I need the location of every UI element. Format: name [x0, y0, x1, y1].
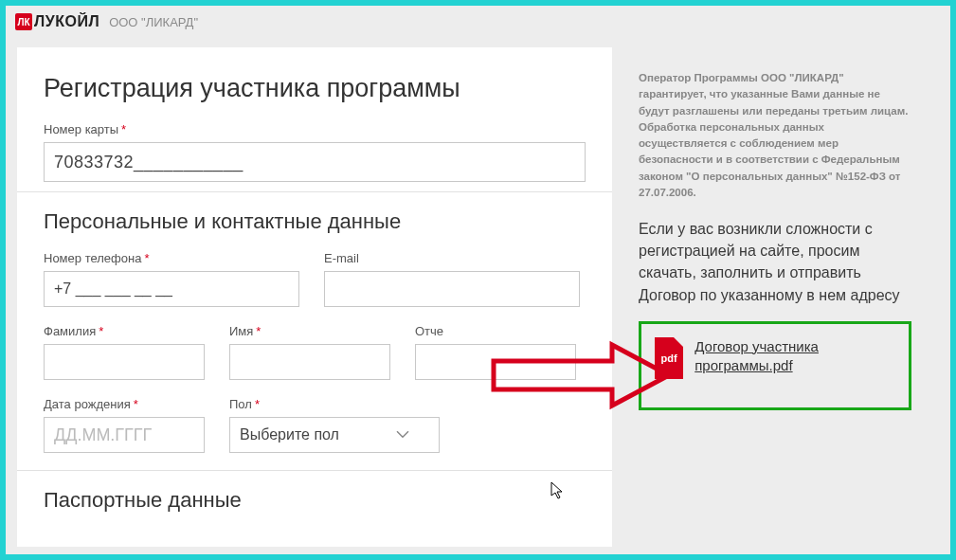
download-box: pdf Договор участника программы.pdf [639, 321, 911, 410]
middlename-label: Отче [415, 324, 576, 338]
personal-section-title: Персональные и контактные данные [44, 209, 586, 234]
card-number-label: Номер карты* [44, 122, 586, 136]
email-label: E-mail [324, 251, 580, 265]
gender-select[interactable] [229, 417, 440, 453]
gender-label: Пол* [229, 397, 419, 411]
download-contract-link[interactable]: Договор участника программы.pdf [694, 337, 895, 376]
birthdate-label: Дата рождения* [44, 397, 205, 411]
divider [17, 191, 612, 192]
card-number-input[interactable] [44, 142, 586, 182]
logo-mark-icon: ЛК [15, 13, 32, 30]
lastname-label: Фамилия* [44, 324, 205, 338]
page-title: Регистрация участника программы [44, 74, 586, 103]
registration-form: Регистрация участника программы Номер ка… [17, 47, 612, 547]
phone-label: Номер телефона* [44, 251, 299, 265]
logo: ЛК ЛУКОЙЛ [15, 13, 99, 30]
divider [17, 470, 612, 471]
operator-note: Оператор Программы ООО "ЛИКАРД" гарантир… [639, 70, 911, 201]
instruction-text: Если у вас возникли сложности с регистра… [639, 218, 911, 306]
pdf-icon: pdf [655, 337, 683, 379]
email-input[interactable] [324, 271, 580, 307]
firstname-label: Имя* [229, 324, 390, 338]
logo-text: ЛУКОЙЛ [34, 13, 99, 30]
lastname-input[interactable] [44, 344, 205, 380]
sidebar: Оператор Программы ООО "ЛИКАРД" гарантир… [633, 47, 917, 547]
header: ЛК ЛУКОЙЛ ООО "ЛИКАРД" [6, 6, 950, 47]
birthdate-input[interactable] [44, 417, 205, 453]
firstname-input[interactable] [229, 344, 390, 380]
phone-input[interactable] [44, 271, 299, 307]
middlename-input[interactable] [415, 344, 576, 380]
passport-section-title: Паспортные данные [44, 488, 586, 513]
company-name: ООО "ЛИКАРД" [109, 15, 198, 29]
